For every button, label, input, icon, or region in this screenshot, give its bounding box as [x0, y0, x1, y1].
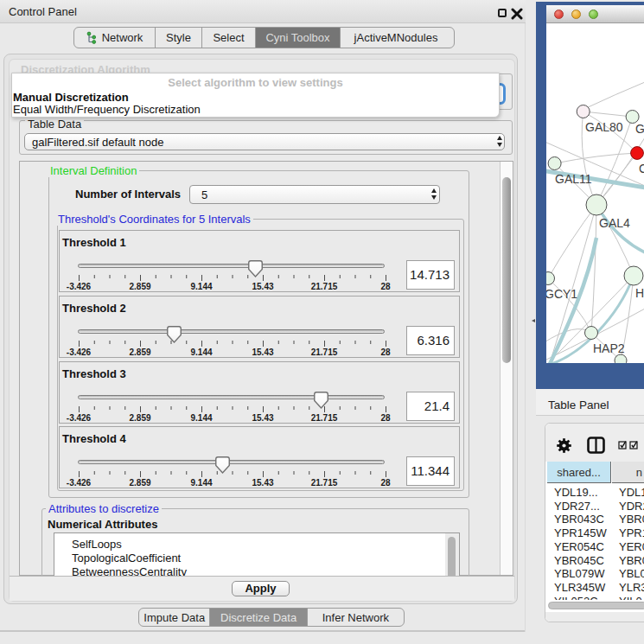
svg-text:H: H — [635, 286, 644, 300]
svg-text:GCY1: GCY1 — [546, 287, 577, 301]
svg-text:GA: GA — [635, 122, 644, 136]
svg-text:GAL4: GAL4 — [599, 216, 630, 230]
svg-text:GAL80: GAL80 — [585, 120, 623, 134]
svg-text:CY: CY — [639, 162, 644, 175]
svg-text:GAL11: GAL11 — [555, 172, 592, 186]
svg-text:HAP2: HAP2 — [593, 341, 625, 355]
